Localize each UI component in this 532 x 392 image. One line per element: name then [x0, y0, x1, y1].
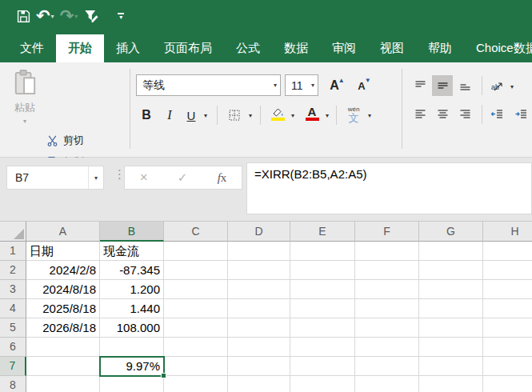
- row-header-3[interactable]: 3: [0, 280, 26, 299]
- cut-button[interactable]: 剪切: [46, 131, 84, 150]
- cell-F6[interactable]: [355, 338, 419, 357]
- column-header-F[interactable]: F: [355, 222, 419, 242]
- cell-F7[interactable]: [355, 357, 419, 376]
- tab-choice-data[interactable]: Choice数据: [464, 34, 532, 62]
- borders-button[interactable]: [224, 104, 245, 126]
- cell-F8[interactable]: [355, 376, 419, 392]
- tab-file[interactable]: 文件: [8, 34, 56, 62]
- column-header-H[interactable]: H: [483, 222, 532, 242]
- undo-button[interactable]: ↶▾: [36, 6, 54, 26]
- row-header-5[interactable]: 5: [0, 318, 26, 338]
- cell-C3[interactable]: [164, 280, 228, 299]
- underline-dropdown[interactable]: ▾: [201, 104, 210, 126]
- column-header-G[interactable]: G: [419, 222, 483, 242]
- row-header-4[interactable]: 4: [0, 299, 26, 318]
- cell-G3[interactable]: [419, 280, 483, 299]
- cell-H1[interactable]: [483, 242, 532, 261]
- cell-G8[interactable]: [419, 376, 483, 392]
- phonetic-dropdown[interactable]: ▾: [365, 104, 374, 126]
- cell-D6[interactable]: [228, 338, 290, 357]
- fill-color-button[interactable]: [267, 102, 288, 125]
- name-box[interactable]: B7 ▾: [6, 166, 104, 190]
- cell-D1[interactable]: [228, 242, 290, 261]
- insert-function-button[interactable]: fx: [218, 171, 227, 185]
- cell-D5[interactable]: [228, 318, 290, 338]
- orientation-dropdown[interactable]: ▾: [507, 75, 517, 98]
- cell-F2[interactable]: [355, 261, 419, 280]
- cell-G7[interactable]: [419, 357, 483, 376]
- formula-input[interactable]: =XIRR(B2:B5,A2:A5): [246, 162, 532, 214]
- cell-C8[interactable]: [164, 376, 228, 392]
- decrease-indent-button[interactable]: [486, 104, 507, 125]
- align-right-button[interactable]: [454, 104, 475, 125]
- cell-D4[interactable]: [228, 299, 290, 318]
- chevron-down-icon[interactable]: ▾: [88, 166, 103, 189]
- row-header-2[interactable]: 2: [0, 261, 26, 280]
- cell-B4[interactable]: 1.440: [100, 299, 164, 318]
- cell-A5[interactable]: 2026/8/18: [26, 318, 100, 338]
- cell-C1[interactable]: [164, 242, 228, 261]
- save-button[interactable]: [16, 6, 30, 26]
- cell-E2[interactable]: [290, 261, 355, 280]
- cell-F5[interactable]: [355, 318, 419, 338]
- cell-H7[interactable]: [483, 357, 532, 376]
- cell-F3[interactable]: [355, 280, 419, 299]
- font-size-combo[interactable]: 11 ▾: [285, 74, 318, 96]
- increase-font-size-button[interactable]: A▲: [323, 74, 346, 97]
- tab-page-layout[interactable]: 页面布局: [152, 34, 224, 62]
- cell-B5[interactable]: 108.000: [100, 318, 164, 338]
- column-header-E[interactable]: E: [290, 222, 355, 242]
- cell-D8[interactable]: [228, 376, 290, 392]
- cell-E6[interactable]: [290, 338, 355, 357]
- tab-home[interactable]: 开始: [56, 34, 104, 62]
- font-name-combo[interactable]: 等线 ▾: [136, 74, 281, 96]
- cell-A8[interactable]: [26, 376, 100, 392]
- column-header-C[interactable]: C: [164, 222, 228, 242]
- cell-G4[interactable]: [419, 299, 483, 318]
- cancel-button[interactable]: ×: [140, 170, 148, 186]
- cell-H4[interactable]: [483, 299, 532, 318]
- cell-D2[interactable]: [228, 261, 290, 280]
- middle-align-button[interactable]: [432, 75, 453, 96]
- cell-A7[interactable]: [26, 357, 100, 376]
- cell-H6[interactable]: [483, 338, 532, 357]
- chevron-down-icon[interactable]: ▾: [51, 13, 54, 20]
- cell-A3[interactable]: 2024/8/18: [26, 280, 100, 299]
- cell-H5[interactable]: [483, 318, 532, 338]
- chevron-down-icon[interactable]: ▾: [23, 118, 26, 125]
- tab-insert[interactable]: 插入: [104, 34, 152, 62]
- row-header-1[interactable]: 1: [0, 242, 26, 261]
- tab-help[interactable]: 帮助: [416, 34, 464, 62]
- cell-G1[interactable]: [419, 242, 483, 261]
- cell-B6[interactable]: [100, 338, 164, 357]
- orientation-button[interactable]: ab: [486, 75, 507, 96]
- cell-B3[interactable]: 1.200: [100, 280, 164, 299]
- row-header-7[interactable]: 7: [0, 357, 26, 376]
- italic-button[interactable]: I: [161, 104, 178, 126]
- cell-A4[interactable]: 2025/8/18: [26, 299, 100, 318]
- tab-data[interactable]: 数据: [272, 34, 320, 62]
- phonetic-guide-button[interactable]: wén 文: [342, 102, 365, 127]
- cell-H2[interactable]: [483, 261, 532, 280]
- cell-G5[interactable]: [419, 318, 483, 338]
- select-all-corner[interactable]: [0, 222, 26, 242]
- cell-A6[interactable]: [26, 338, 100, 357]
- cell-B1[interactable]: 现金流: [100, 242, 164, 261]
- cell-F4[interactable]: [355, 299, 419, 318]
- cell-F1[interactable]: [355, 242, 419, 261]
- chevron-down-icon[interactable]: ▾: [311, 82, 318, 89]
- cell-C7[interactable]: [164, 357, 228, 376]
- fill-color-dropdown[interactable]: ▾: [288, 104, 298, 126]
- bottom-align-button[interactable]: [454, 75, 475, 96]
- cell-C5[interactable]: [164, 318, 228, 338]
- column-header-B[interactable]: B: [100, 222, 164, 242]
- bold-button[interactable]: B: [136, 104, 157, 126]
- column-header-A[interactable]: A: [26, 222, 100, 242]
- cell-C6[interactable]: [164, 338, 228, 357]
- increase-indent-button[interactable]: [510, 104, 531, 125]
- chevron-down-icon[interactable]: ▾: [74, 13, 78, 20]
- redo-button[interactable]: ↷▾: [60, 6, 78, 26]
- align-left-button[interactable]: [410, 104, 430, 125]
- tab-formulas[interactable]: 公式: [224, 34, 272, 62]
- cell-D7[interactable]: [228, 357, 290, 376]
